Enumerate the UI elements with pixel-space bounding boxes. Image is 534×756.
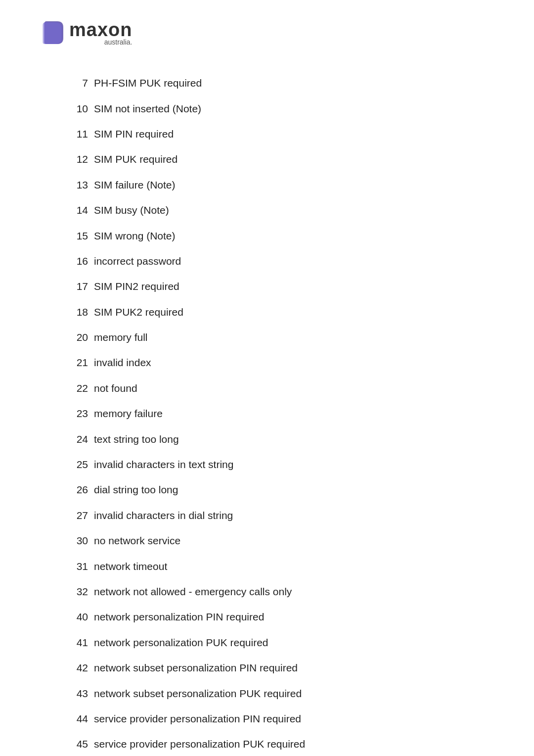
item-text: PH-FSIM PUK required (94, 76, 202, 90)
list-item: 43network subset personalization PUK req… (69, 686, 494, 701)
item-text: network personalization PIN required (94, 610, 264, 624)
maxon-logo-icon (40, 20, 65, 46)
item-text: service provider personalization PIN req… (94, 711, 301, 726)
item-number: 20 (69, 330, 94, 344)
item-number: 41 (69, 635, 94, 650)
item-text: network timeout (94, 559, 167, 573)
item-text: network not allowed - emergency calls on… (94, 584, 292, 599)
list-item: 40network personalization PIN required (69, 610, 494, 624)
item-text: not found (94, 381, 137, 395)
logo-container: maxon australia. (40, 20, 132, 46)
list-item: 42network subset personalization PIN req… (69, 661, 494, 675)
item-text: network subset personalization PUK requi… (94, 686, 302, 701)
item-number: 16 (69, 254, 94, 268)
list-item: 41network personalization PUK required (69, 635, 494, 650)
item-number: 12 (69, 152, 94, 166)
list-item: 14SIM busy (Note) (69, 203, 494, 217)
item-text: memory failure (94, 406, 163, 421)
item-number: 21 (69, 355, 94, 370)
item-number: 17 (69, 279, 94, 293)
list-item: 22not found (69, 381, 494, 395)
list-item: 45service provider personalization PUK r… (69, 737, 494, 751)
item-text: dial string too long (94, 482, 178, 497)
logo-text: maxon australia. (69, 20, 132, 46)
item-text: SIM not inserted (Note) (94, 101, 201, 116)
list-item: 18SIM PUK2 required (69, 305, 494, 319)
item-number: 45 (69, 737, 94, 751)
list-item: 24text string too long (69, 432, 494, 446)
item-number: 11 (69, 127, 94, 141)
list-item: 15SIM wrong (Note) (69, 229, 494, 243)
item-number: 43 (69, 686, 94, 701)
item-text: network personalization PUK required (94, 635, 268, 650)
list-item: 44service provider personalization PIN r… (69, 711, 494, 726)
item-number: 32 (69, 584, 94, 599)
page: maxon australia. 7PH-FSIM PUK required10… (0, 0, 534, 756)
item-text: incorrect password (94, 254, 181, 268)
item-number: 10 (69, 101, 94, 116)
company-name: maxon (69, 20, 132, 41)
item-number: 23 (69, 406, 94, 421)
item-text: SIM PUK2 required (94, 305, 183, 319)
item-text: SIM PIN required (94, 127, 174, 141)
item-text: memory full (94, 330, 148, 344)
list-item: 7PH-FSIM PUK required (69, 76, 494, 90)
item-text: invalid characters in text string (94, 457, 233, 472)
list-item: 16incorrect password (69, 254, 494, 268)
item-number: 13 (69, 178, 94, 192)
item-number: 15 (69, 229, 94, 243)
list-item: 17SIM PIN2 required (69, 279, 494, 293)
item-number: 27 (69, 508, 94, 522)
item-text: network subset personalization PIN requi… (94, 661, 298, 675)
list-item: 27invalid characters in dial string (69, 508, 494, 522)
list-item: 23memory failure (69, 406, 494, 421)
list-item: 21invalid index (69, 355, 494, 370)
list-item: 25invalid characters in text string (69, 457, 494, 472)
item-number: 18 (69, 305, 94, 319)
item-number: 30 (69, 533, 94, 548)
item-number: 42 (69, 661, 94, 675)
item-text: SIM failure (Note) (94, 178, 176, 192)
item-text: service provider personalization PUK req… (94, 737, 305, 751)
item-text: invalid characters in dial string (94, 508, 233, 522)
item-number: 26 (69, 482, 94, 497)
content-list: 7PH-FSIM PUK required10SIM not inserted … (40, 76, 494, 756)
list-item: 12SIM PUK required (69, 152, 494, 166)
header: maxon australia. (40, 20, 494, 51)
item-number: 22 (69, 381, 94, 395)
item-text: invalid index (94, 355, 151, 370)
list-item: 32network not allowed - emergency calls … (69, 584, 494, 599)
list-item: 30no network service (69, 533, 494, 548)
country-label: australia. (69, 39, 132, 46)
item-number: 31 (69, 559, 94, 573)
item-number: 24 (69, 432, 94, 446)
item-text: SIM PUK required (94, 152, 178, 166)
list-item: 20memory full (69, 330, 494, 344)
item-number: 25 (69, 457, 94, 472)
item-number: 40 (69, 610, 94, 624)
list-item: 31network timeout (69, 559, 494, 573)
item-text: SIM PIN2 required (94, 279, 179, 293)
list-item: 13SIM failure (Note) (69, 178, 494, 192)
item-number: 14 (69, 203, 94, 217)
list-item: 26dial string too long (69, 482, 494, 497)
item-text: SIM wrong (Note) (94, 229, 176, 243)
list-item: 11SIM PIN required (69, 127, 494, 141)
item-text: no network service (94, 533, 180, 548)
item-text: text string too long (94, 432, 179, 446)
item-number: 44 (69, 711, 94, 726)
item-number: 7 (69, 76, 94, 90)
list-item: 10SIM not inserted (Note) (69, 101, 494, 116)
item-text: SIM busy (Note) (94, 203, 169, 217)
